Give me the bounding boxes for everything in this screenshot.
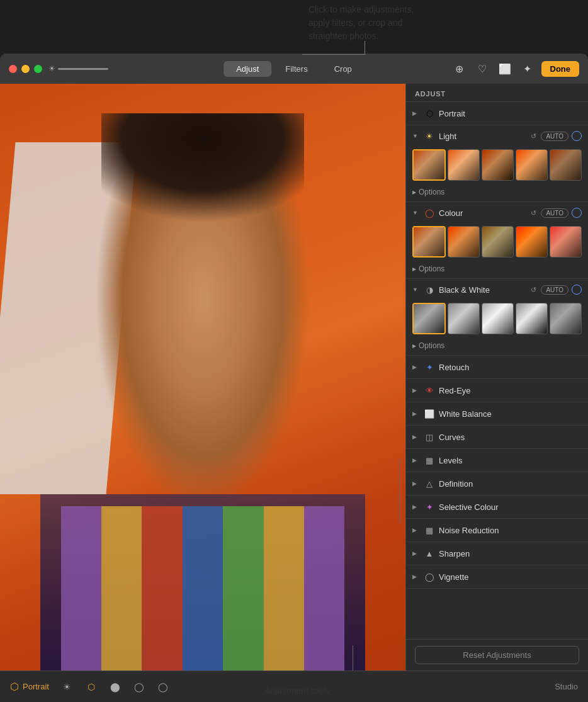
panel-header: ADJUST [406,84,588,102]
light-thumb-2[interactable] [448,149,480,181]
colour-auto[interactable]: AUTO [541,208,568,218]
selective-icon: ✦ [424,501,435,512]
portrait-bottom-label[interactable]: ⬡ Portrait [10,681,49,693]
colour-thumb-5[interactable] [550,226,582,258]
close-button[interactable] [9,65,17,73]
light-thumb-5[interactable] [550,149,582,181]
curves-icon: ◫ [424,431,435,443]
portrait-label-text: Portrait [439,109,582,118]
light-thumb-4[interactable] [516,149,548,181]
colour-header[interactable]: ▼ ◯ Colour ↺ AUTO [406,202,588,224]
definition-item[interactable]: ▶ △ Definition [406,472,588,495]
bw-options-chevron: ▶ [412,343,416,349]
colour-thumb-2[interactable] [448,226,480,258]
more-options-icon[interactable]: ⊕ [451,60,468,77]
light-auto[interactable]: AUTO [541,132,568,141]
brightness-slider[interactable]: ☀ [48,64,108,73]
redeye-chevron: ▶ [412,387,420,393]
levels-item[interactable]: ▶ ▦ Levels [406,449,588,472]
sharpen-item[interactable]: ▶ ▲ Sharpen [406,542,588,565]
bw-label: Black & White [439,285,526,295]
bw-auto[interactable]: AUTO [541,285,568,295]
colour-controls: ↺ AUTO [529,208,582,218]
light-icon: ☀ [424,130,435,142]
light-label: Light [439,132,526,141]
portrait-section[interactable]: ▶ ⬡ Portrait [406,102,588,125]
colour-label: Colour [439,208,526,218]
redeye-item[interactable]: ▶ 👁 Red-Eye [406,379,588,402]
noise-label: Noise Reduction [439,526,582,535]
tab-filters[interactable]: Filters [273,61,320,77]
bw-thumb-1[interactable] [412,303,446,334]
minimize-button[interactable] [21,65,30,73]
light-options-row: ▶ Options [406,184,588,201]
circle-dark-icon[interactable]: ⬤ [107,679,123,695]
colour-options-btn[interactable]: ▶ Options [412,263,444,275]
retouch-item[interactable]: ▶ ✦ Retouch [406,356,588,379]
noise-icon: ▦ [424,524,435,536]
redeye-label: Red-Eye [439,386,582,395]
shirt-stripes [61,506,345,671]
crop-rotate-icon[interactable]: ⬜ [496,60,514,77]
selective-item[interactable]: ▶ ✦ Selective Colour [406,495,588,519]
colour-toggle[interactable] [572,208,582,218]
tab-adjust[interactable]: Adjust [223,61,271,77]
light-thumbstrip [406,147,588,184]
bw-undo[interactable]: ↺ [529,285,538,295]
bw-toggle[interactable] [572,285,582,295]
portrait-icon: ⬡ [424,108,435,119]
bw-options-row: ▶ Options [406,338,588,355]
colour-undo[interactable]: ↺ [529,208,538,218]
bw-options-btn[interactable]: ▶ Options [412,340,444,351]
light-options-btn[interactable]: ▶ Options [412,186,444,198]
bw-thumb-5[interactable] [550,303,582,334]
cube-icon[interactable]: ⬡ [83,679,99,695]
bw-thumb-2[interactable] [448,303,480,334]
titlebar-actions: ⊕ ♡ ⬜ ✦ Done [451,60,580,77]
levels-icon: ▦ [424,455,435,466]
vignette-label: Vignette [439,572,582,582]
light-undo[interactable]: ↺ [529,131,538,142]
photo-area[interactable] [0,84,405,671]
colour-thumb-4[interactable] [516,226,548,258]
annotation-line-bottom [353,645,353,671]
window: ☀ Adjust Filters Crop ⊕ ♡ ⬜ ✦ Done [0,54,588,702]
bw-header[interactable]: ▼ ◑ Black & White ↺ AUTO [406,279,588,300]
vignette-chevron: ▶ [412,574,420,580]
circle-ring-icon[interactable]: ◯ [131,679,147,695]
bw-thumb-4[interactable] [516,303,548,334]
annotation-line-top [302,41,365,55]
portrait-chevron: ▶ [412,110,420,116]
hair-layer [101,113,304,242]
maximize-button[interactable] [34,65,42,73]
curves-item[interactable]: ▶ ◫ Curves [406,426,588,449]
sun-icon[interactable]: ☀ [59,679,76,695]
colour-thumb-1[interactable] [412,226,446,258]
titlebar-tabs: Adjust Filters Crop [223,61,365,77]
light-thumb-3[interactable] [482,149,514,181]
tab-crop[interactable]: Crop [322,61,365,77]
definition-chevron: ▶ [412,480,420,487]
vignette-item[interactable]: ▶ ◯ Vignette [406,565,588,589]
titlebar: ☀ Adjust Filters Crop ⊕ ♡ ⬜ ✦ Done [0,54,588,84]
reset-adjustments-button[interactable]: Reset Adjustments [415,646,579,664]
bw-options-label: Options [419,341,444,350]
colour-thumb-3[interactable] [482,226,514,258]
annotation-line-left [400,460,400,523]
heart-icon[interactable]: ♡ [473,60,491,77]
curves-chevron: ▶ [412,434,420,440]
bw-thumb-3[interactable] [482,303,514,334]
selective-chevron: ▶ [412,504,420,510]
selective-label: Selective Colour [439,502,582,512]
whitebalance-item[interactable]: ▶ ⬜ White Balance [406,402,588,426]
light-chevron: ▼ [412,133,420,139]
light-toggle[interactable] [572,131,582,141]
circle-ring2-icon[interactable]: ◯ [155,679,171,695]
panel-scroll[interactable]: ▶ ⬡ Portrait ▼ ☀ Light ↺ AUTO [406,102,588,639]
noise-item[interactable]: ▶ ▦ Noise Reduction [406,519,588,542]
done-button[interactable]: Done [541,61,580,77]
bw-thumbstrip [406,300,588,338]
enhance-icon[interactable]: ✦ [519,60,536,77]
light-header[interactable]: ▼ ☀ Light ↺ AUTO [406,125,588,147]
light-thumb-1[interactable] [412,149,446,181]
